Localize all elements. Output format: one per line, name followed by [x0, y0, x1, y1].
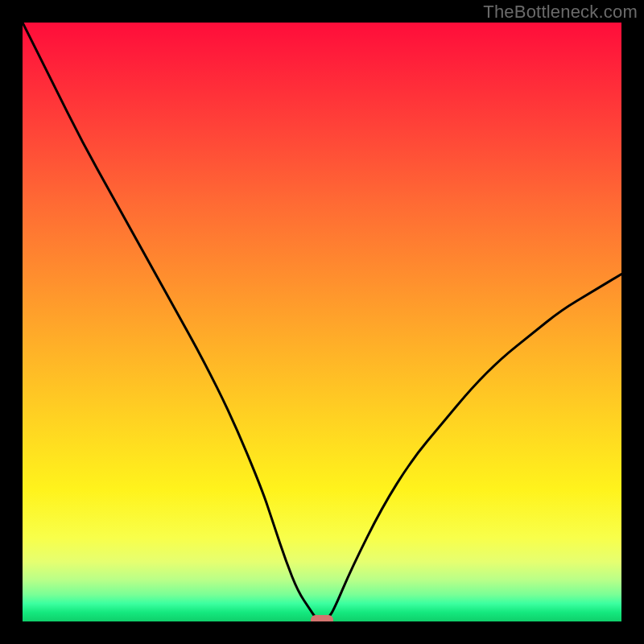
chart-frame: TheBottleneck.com [0, 0, 644, 644]
watermark-text: TheBottleneck.com [483, 2, 638, 23]
curve-path [23, 23, 621, 621]
bottleneck-curve [23, 23, 621, 621]
optimal-point-marker [311, 615, 333, 621]
plot-area [23, 23, 621, 621]
